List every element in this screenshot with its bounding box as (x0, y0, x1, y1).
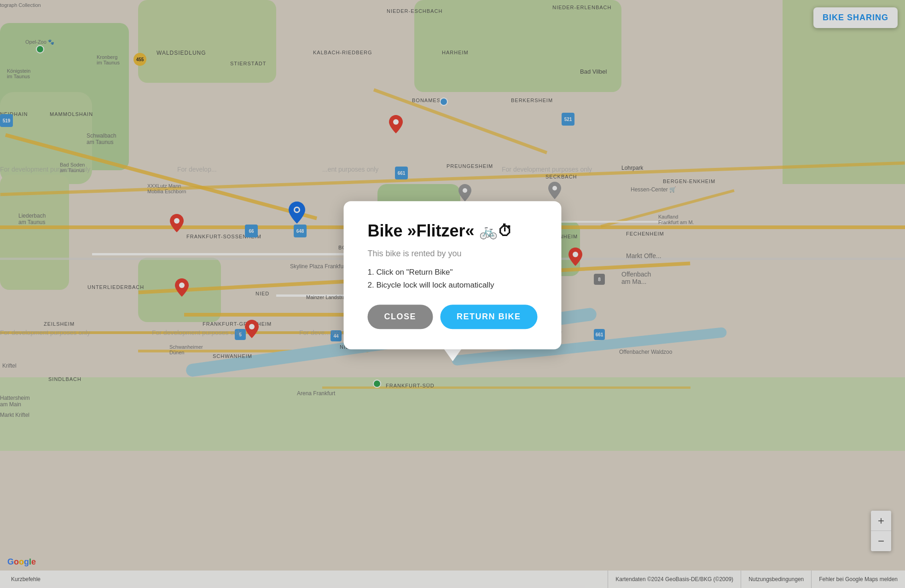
dialog-subtitle: This bike is rented by you (367, 249, 537, 259)
dialog-title-text: Bike »Flitzer« (367, 221, 474, 241)
dialog-buttons: CLOSE RETURN BIKE (367, 305, 537, 329)
dialog-step-1: 1. Click on "Return Bike" (367, 268, 537, 277)
dialog-container: Bike »Flitzer« 🚲⏱ This bike is rented by… (343, 201, 561, 361)
dialog-box: Bike »Flitzer« 🚲⏱ This bike is rented by… (343, 201, 561, 349)
close-button[interactable]: CLOSE (367, 305, 433, 329)
return-bike-button[interactable]: RETURN BIKE (440, 305, 538, 329)
dialog-step-2: 2. Bicycle lock will lock automatically (367, 281, 537, 290)
bike-icon: 🚲⏱ (479, 222, 512, 240)
dialog-tail (443, 348, 462, 361)
dialog-title: Bike »Flitzer« 🚲⏱ (367, 221, 537, 241)
dialog-steps: 1. Click on "Return Bike" 2. Bicycle loc… (367, 268, 537, 290)
